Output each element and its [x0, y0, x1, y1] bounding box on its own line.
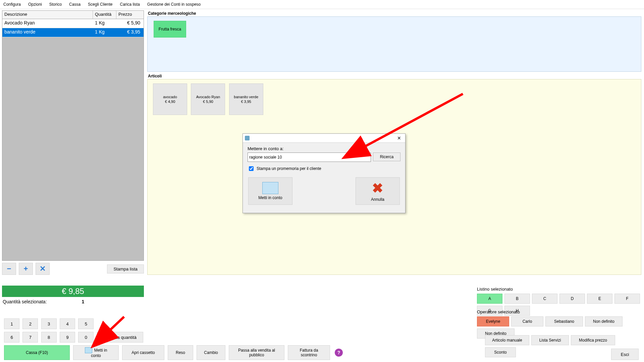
keypad-5[interactable]: 5 — [78, 318, 94, 329]
btn-line1: Fattura da — [300, 348, 318, 353]
operator-carlo[interactable]: Carlo — [511, 316, 543, 326]
pricelist-D[interactable]: D — [559, 294, 585, 304]
article-price: € 5,90 — [203, 100, 213, 104]
pricelist-C[interactable]: C — [532, 294, 557, 304]
article-price: € 4,90 — [165, 100, 175, 104]
selected-qty-value: 1 — [82, 299, 84, 304]
modify-price-button[interactable]: Modifica prezzo — [571, 335, 615, 345]
keypad-7[interactable]: 7 — [22, 332, 38, 343]
close-icon[interactable]: ✕ — [395, 135, 403, 141]
print-list-button[interactable]: Stampa lista — [107, 264, 144, 274]
invoice-from-receipt-button[interactable]: Fattura da scontrino — [288, 345, 330, 360]
category-button[interactable]: Frutta fresca — [154, 21, 186, 38]
btn-line2: conto — [91, 353, 101, 358]
pricelist-A[interactable]: A — [477, 294, 502, 304]
pricelist-title: Listino selezionato — [477, 287, 641, 292]
open-drawer-button[interactable]: Apri cassetto — [122, 345, 164, 360]
keypad-0[interactable]: 0 — [78, 332, 94, 343]
grid-header-desc[interactable]: Descrizione — [2, 11, 93, 19]
menu-cassa[interactable]: Cassa — [69, 2, 80, 7]
article-name: avocado — [163, 95, 177, 99]
menu-configura[interactable]: Configura — [3, 2, 21, 7]
manual-article-button[interactable]: Articolo manuale — [485, 335, 529, 345]
pricelist-B[interactable]: B — [504, 294, 530, 304]
menubar: Configura Opzioni Storico Cassa Scegli C… — [0, 0, 644, 9]
cell-price: € 3,95 — [116, 28, 144, 37]
keypad-8[interactable]: 8 — [41, 332, 57, 343]
close-icon: ✖ — [372, 180, 383, 196]
btn-line1: Metti in — [94, 348, 107, 353]
table-row[interactable]: Avocado Ryan 1 Kg € 5,90 — [2, 19, 144, 28]
dialog-label: Mettere in conto a: — [248, 146, 400, 151]
article-button[interactable]: bananito verde € 3,95 — [229, 83, 263, 115]
search-button[interactable]: Ricerca — [373, 153, 400, 161]
operator-undefined-1[interactable]: Non definito — [585, 316, 623, 326]
book-icon — [85, 347, 92, 353]
menu-scegli-cliente[interactable]: Scegli Cliente — [88, 2, 112, 7]
total-display: € 9,85 — [2, 286, 144, 297]
cell-desc: Avocado Ryan — [2, 19, 93, 28]
switch-public-sale-button[interactable]: Passa alla vendita al pubblico — [229, 345, 284, 360]
article-button[interactable]: Avocado Ryan € 5,90 — [191, 83, 225, 115]
cell-qty: 1 Kg — [93, 28, 116, 37]
grid-header-qty[interactable]: Quantità — [93, 11, 116, 19]
operator-evelyne[interactable]: Evelyne — [477, 316, 509, 326]
btn-line2: pubblico — [249, 353, 264, 357]
put-on-account-button[interactable]: Metti in conto — [73, 345, 119, 360]
article-price: € 3,95 — [241, 100, 251, 104]
article-button[interactable]: avocado € 4,90 — [153, 83, 187, 115]
put-on-account-dialog: ✕ Mettere in conto a: Ricerca Stampa un … — [243, 133, 406, 213]
table-row[interactable]: bananito verde 1 Kg € 3,95 — [2, 28, 144, 37]
categories-panel: Frutta fresca — [147, 16, 641, 72]
keypad-2[interactable]: 2 — [22, 318, 38, 329]
btn-line2: scontrino — [301, 353, 317, 357]
account-search-input[interactable] — [248, 153, 371, 162]
cancel-label: Annulla — [371, 197, 384, 202]
modify-quantity-button[interactable]: Modifica quantità — [97, 332, 143, 343]
quantity-minus-button[interactable]: − — [2, 263, 16, 275]
confirm-label: Metti in conto — [258, 195, 282, 200]
cell-price: € 5,90 — [116, 19, 144, 28]
discount-button[interactable]: Sconto — [485, 347, 516, 357]
keypad-4[interactable]: 4 — [60, 318, 75, 329]
keypad-1[interactable]: 1 — [4, 318, 19, 329]
articles-title: Articoli — [148, 74, 641, 78]
pricelist-E[interactable]: E — [587, 294, 612, 304]
menu-gestione-conti[interactable]: Gestione dei Conti in sospeso — [147, 2, 201, 7]
book-icon — [262, 182, 278, 194]
pricelist-F[interactable]: F — [614, 294, 640, 304]
keypad-3[interactable]: 3 — [41, 318, 57, 329]
keypad-6[interactable]: 6 — [4, 332, 19, 343]
print-reminder-label: Stampa un promemoria per il cliente — [257, 166, 321, 171]
cell-qty: 1 Kg — [93, 19, 116, 28]
exchange-button[interactable]: Cambio — [197, 345, 225, 360]
article-name: Avocado Ryan — [196, 95, 220, 99]
cart-grid[interactable]: Descrizione Quantità Prezzo Avocado Ryan… — [2, 10, 144, 261]
keypad-9[interactable]: 9 — [60, 332, 75, 343]
menu-storico[interactable]: Storico — [49, 2, 62, 7]
btn-line1: Passa alla vendita al — [238, 348, 275, 353]
checkout-button[interactable]: Cassa (F10) — [4, 345, 70, 360]
selected-qty-label: Quantità selezionata: — [3, 299, 47, 304]
menu-opzioni[interactable]: Opzioni — [28, 2, 42, 7]
return-button[interactable]: Reso — [168, 345, 193, 360]
service-list-button[interactable]: Lista Servizi — [531, 335, 569, 345]
cancel-button[interactable]: ✖ Annulla — [356, 177, 400, 205]
quantity-plus-button[interactable]: + — [19, 263, 33, 275]
menu-carica-lista[interactable]: Carica lista — [120, 2, 140, 7]
operator-title: Operatore selezionato — [477, 309, 641, 314]
print-reminder-checkbox[interactable] — [249, 166, 254, 171]
help-icon[interactable]: ? — [335, 349, 343, 357]
confirm-put-on-account-button[interactable]: Metti in conto — [248, 177, 292, 205]
grid-header-price[interactable]: Prezzo — [116, 11, 144, 19]
exit-button[interactable]: Esci — [611, 349, 639, 360]
categories-title: Categorie merceologiche — [148, 11, 641, 16]
article-name: bananito verde — [234, 95, 258, 99]
remove-item-button[interactable]: ✕ — [36, 263, 50, 275]
app-icon — [245, 136, 250, 140]
cell-desc: bananito verde — [2, 28, 93, 37]
operator-sebastiano[interactable]: Sebastiano — [545, 316, 583, 326]
